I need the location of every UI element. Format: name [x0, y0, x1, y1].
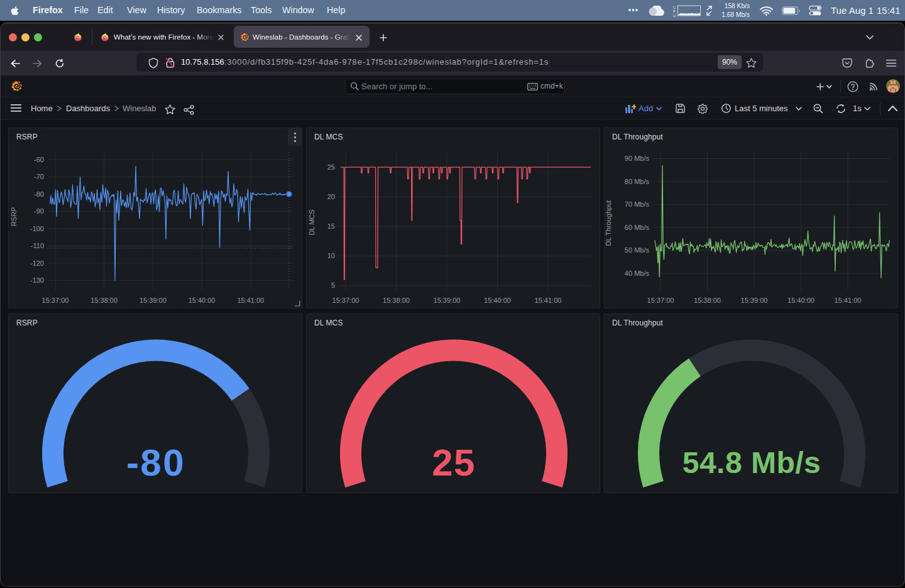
svg-text:15:37:00: 15:37:00 — [42, 297, 69, 304]
svg-text:10: 10 — [327, 252, 335, 259]
svg-text:20: 20 — [327, 193, 335, 200]
svg-text:RSRP: RSRP — [10, 207, 18, 227]
svg-text:15:39:00: 15:39:00 — [140, 297, 167, 304]
svg-text:C: C — [673, 6, 676, 9]
svg-text:-110: -110 — [31, 242, 44, 249]
svg-text:-90: -90 — [34, 207, 44, 215]
svg-text:60 Mb/s: 60 Mb/s — [625, 224, 650, 231]
svg-text:15:41:00: 15:41:00 — [535, 297, 562, 304]
svg-text:15:39:00: 15:39:00 — [434, 297, 461, 304]
svg-text:54.8 Mb/s: 54.8 Mb/s — [683, 446, 821, 479]
svg-text:90 Mb/s: 90 Mb/s — [625, 155, 650, 162]
svg-text:15:38:00: 15:38:00 — [383, 297, 410, 304]
svg-text:-60: -60 — [34, 156, 44, 163]
svg-text:40 Mb/s: 40 Mb/s — [625, 270, 650, 277]
svg-text:15:39:00: 15:39:00 — [741, 297, 768, 304]
svg-text:25: 25 — [327, 163, 335, 171]
svg-text:P: P — [673, 9, 676, 13]
svg-text:15: 15 — [327, 222, 335, 230]
svg-text:15:41:00: 15:41:00 — [835, 297, 862, 304]
svg-text:15:40:00: 15:40:00 — [189, 297, 216, 304]
svg-text:DL MCS: DL MCS — [308, 209, 315, 235]
svg-text:25: 25 — [432, 442, 476, 484]
svg-text:-130: -130 — [30, 276, 44, 284]
svg-text:-100: -100 — [30, 225, 44, 232]
svg-text:-80: -80 — [126, 442, 185, 484]
svg-text:-120: -120 — [30, 259, 44, 267]
svg-text:15:40:00: 15:40:00 — [787, 297, 814, 304]
svg-text:15:37:00: 15:37:00 — [647, 297, 674, 304]
svg-text:15:38:00: 15:38:00 — [90, 297, 118, 304]
svg-text:-70: -70 — [34, 173, 44, 180]
svg-text:50 Mb/s: 50 Mb/s — [625, 246, 650, 254]
svg-text:80 Mb/s: 80 Mb/s — [625, 178, 650, 185]
svg-text:5: 5 — [331, 281, 335, 289]
svg-text:70 Mb/s: 70 Mb/s — [625, 200, 650, 208]
svg-text:15:41:00: 15:41:00 — [237, 297, 264, 304]
svg-text:-80: -80 — [34, 190, 44, 198]
svg-text:15:40:00: 15:40:00 — [484, 297, 511, 304]
svg-text:DL Throughput: DL Throughput — [605, 200, 612, 246]
svg-text:U: U — [673, 14, 676, 18]
svg-text:15:37:00: 15:37:00 — [332, 297, 359, 304]
svg-text:15:38:00: 15:38:00 — [694, 297, 721, 304]
